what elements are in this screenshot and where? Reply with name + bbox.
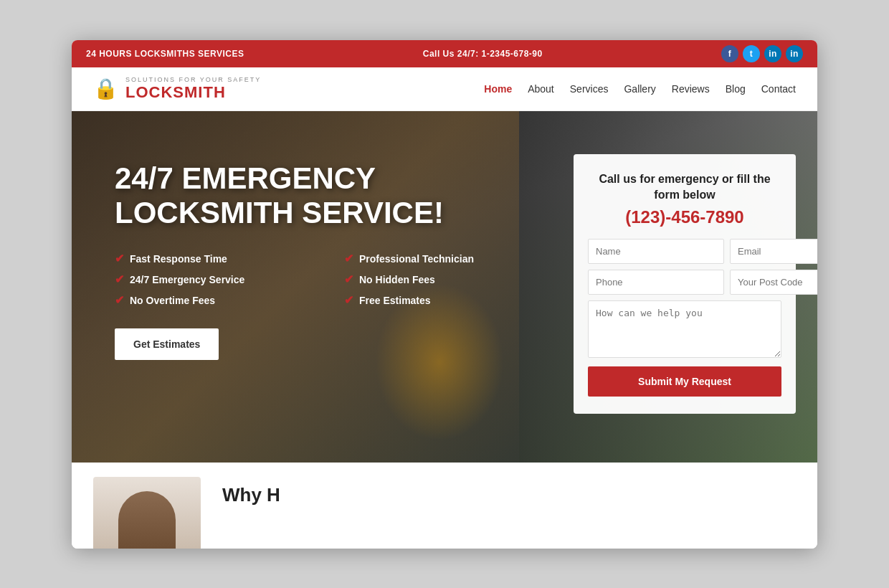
header: 🔒 SOLUTIONS FOR YOUR SAFETY LOCKSMITH Ho… [72,67,817,111]
lock-icon: 🔒 [93,79,118,99]
feature-professional: ✔ Professional Technician [344,252,559,265]
below-hero-heading: Why H [222,484,280,506]
nav-contact[interactable]: Contact [761,83,796,95]
nav-gallery[interactable]: Gallery [624,83,655,95]
below-hero-section: Why H [72,463,817,549]
nav-blog[interactable]: Blog [726,83,746,95]
form-row-phone-postcode [588,270,781,295]
hero-content: 24/7 EMERGENCY LOCKSMITH SERVICE! ✔ Fast… [72,111,817,463]
feature-label: Fast Response Time [130,253,227,265]
nav-services[interactable]: Services [570,83,609,95]
checkmark-icon: ✔ [115,272,124,286]
hero-section: 24/7 EMERGENCY LOCKSMITH SERVICE! ✔ Fast… [72,111,817,463]
form-phone: (123)-456-7890 [588,207,781,227]
nav-home[interactable]: Home [484,83,512,95]
email-input[interactable] [730,239,817,264]
form-title: Call us for emergency or fill the form b… [588,171,781,204]
feature-label: Free Estimates [359,295,431,306]
twitter-icon[interactable]: t [743,45,760,62]
feature-label: Professional Technician [359,253,474,265]
feature-emergency: ✔ 24/7 Emergency Service [115,272,330,286]
form-row-name-email [588,239,781,264]
feature-label: 24/7 Emergency Service [130,274,244,285]
hero-features-grid: ✔ Fast Response Time ✔ Professional Tech… [115,252,559,307]
top-bar-service-label: 24 HOURS LOCKSMITHS SERVICES [86,49,244,59]
checkmark-icon: ✔ [344,293,353,307]
hero-left-panel: 24/7 EMERGENCY LOCKSMITH SERVICE! ✔ Fast… [115,147,559,361]
feature-label: No Hidden Fees [359,274,435,285]
feature-fast-response: ✔ Fast Response Time [115,252,330,265]
checkmark-icon: ✔ [115,252,124,265]
postcode-input[interactable] [730,270,817,295]
feature-label: No Overtime Fees [130,295,215,306]
nav-about[interactable]: About [528,83,554,95]
hero-title: 24/7 EMERGENCY LOCKSMITH SERVICE! [115,161,559,231]
linkedin2-icon[interactable]: in [786,45,803,62]
get-estimates-button[interactable]: Get Estimates [115,328,219,360]
message-textarea[interactable] [588,300,781,358]
facebook-icon[interactable]: f [721,45,738,62]
logo-name: LOCKSMITH [125,83,261,102]
name-input[interactable] [588,239,724,264]
linkedin-icon[interactable]: in [764,45,781,62]
social-icons-group: f t in in [721,45,803,62]
person-photo [93,477,201,549]
logo-tagline: SOLUTIONS FOR YOUR SAFETY [125,76,261,83]
browser-window: 24 HOURS LOCKSMITHS SERVICES Call Us 24/… [72,40,817,549]
top-bar-phone: Call Us 24/7: 1-2345-678-90 [423,49,543,59]
below-hero-text: Why H [222,477,280,506]
feature-free-estimates: ✔ Free Estimates [344,293,559,307]
contact-form-panel: Call us for emergency or fill the form b… [574,154,796,414]
main-nav: Home About Services Gallery Reviews Blog… [484,83,796,95]
logo-area: 🔒 SOLUTIONS FOR YOUR SAFETY LOCKSMITH [93,76,261,102]
checkmark-icon: ✔ [344,272,353,286]
feature-no-overtime: ✔ No Overtime Fees [115,293,330,307]
nav-reviews[interactable]: Reviews [672,83,710,95]
feature-no-hidden: ✔ No Hidden Fees [344,272,559,286]
submit-button[interactable]: Submit My Request [588,366,781,397]
person-silhouette [118,491,176,549]
phone-input[interactable] [588,270,724,295]
checkmark-icon: ✔ [115,293,124,307]
logo-text: SOLUTIONS FOR YOUR SAFETY LOCKSMITH [125,76,261,102]
checkmark-icon: ✔ [344,252,353,265]
top-bar: 24 HOURS LOCKSMITHS SERVICES Call Us 24/… [72,40,817,67]
